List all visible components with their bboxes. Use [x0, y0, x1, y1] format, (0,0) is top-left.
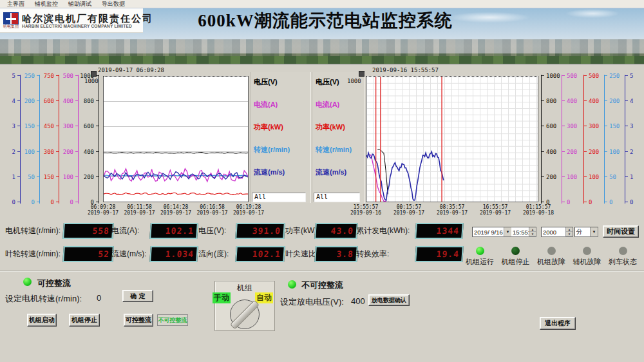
readout-display: 43.0 — [314, 223, 358, 239]
axis-tick-label: 0 — [567, 199, 570, 205]
axis-tick-label: 100 — [24, 149, 35, 155]
mode-knob[interactable] — [230, 300, 260, 329]
axis-tick — [96, 176, 99, 177]
series-select-dropdown[interactable]: All — [252, 193, 306, 202]
set-speed-label: 设定电机转速(r/min): — [5, 293, 82, 305]
axis-tick — [96, 202, 99, 202]
axis-tick — [625, 75, 628, 76]
date-value[interactable]: 2019/ 9/16 — [473, 227, 504, 236]
exit-button[interactable]: 退出程序 — [540, 317, 576, 330]
datetime-picker[interactable]: 2019/ 9/16 ▼ 15:55:57 ▲▼ — [472, 227, 536, 237]
axis-tick — [625, 202, 628, 202]
unit-start-button[interactable]: 机组启动 — [27, 314, 57, 327]
axis-tick — [541, 126, 544, 126]
axis-tick-label: 200 — [609, 98, 620, 104]
auto-mode-tag[interactable]: 自动 — [255, 292, 273, 303]
axis-tick — [37, 75, 40, 76]
interval-spinner[interactable]: ▲▼ — [565, 227, 573, 236]
menu-item-3[interactable]: 辅助调试 — [64, 0, 96, 8]
legend-item: 电压(V) — [254, 77, 278, 87]
interval-unit-dropdown-icon[interactable]: ▼ — [590, 227, 598, 236]
readout-display: 558 — [62, 223, 114, 239]
axis-tick — [75, 75, 79, 76]
axis-tick — [96, 100, 99, 101]
page-title: 600kW潮流能示范电站监控系统 — [187, 9, 464, 32]
readout-label: 叶尖速比: — [285, 249, 318, 260]
axis-tick — [17, 202, 21, 202]
time-value[interactable]: 15:55:57 — [511, 227, 529, 236]
axis-tick — [96, 151, 99, 152]
axis-tick-label: 0 — [51, 199, 54, 205]
interval-unit-value[interactable]: 分 — [575, 227, 590, 236]
axis-tick-label: 2 — [630, 149, 633, 155]
section-divider — [0, 271, 644, 272]
menu-bar: 主界面辅机监控辅助调试导出数据 — [0, 0, 644, 8]
panorama-banner: 哈电集团 哈尔滨电机厂有限责任公司 HARBIN ELECTRIC MACHIN… — [0, 8, 644, 64]
menu-item-4[interactable]: 导出数据 — [97, 0, 129, 8]
axis-tick — [562, 202, 565, 202]
legend-item: 功率(kW) — [254, 122, 283, 132]
axis-tick — [56, 126, 59, 126]
legend-item: 转速(r/min) — [254, 145, 290, 155]
axis-tick — [562, 176, 565, 177]
interval-unit-select[interactable]: 分 ▼ — [574, 227, 598, 237]
axis-tick-label: 400 — [546, 149, 556, 155]
series-line — [366, 151, 444, 200]
ctrl-rect-button[interactable]: 可控整流 — [124, 314, 153, 327]
date-dropdown-icon[interactable]: ▼ — [504, 227, 511, 236]
manual-mode-tag[interactable]: 手动 — [213, 292, 231, 303]
chart-handle-icon[interactable] — [91, 71, 97, 77]
set-speed-value[interactable]: 0 — [97, 293, 101, 303]
axis-tick-label: 600 — [44, 98, 54, 104]
legend-item: 电流(A) — [254, 100, 278, 110]
axis-tick — [37, 202, 40, 202]
axis-tick — [604, 151, 607, 152]
status-bulb-icon — [547, 247, 556, 255]
interval-value[interactable]: 2000 — [542, 227, 565, 236]
status-light-label: 机组停止 — [502, 257, 530, 267]
axis-tick — [604, 176, 607, 177]
axis-tick-label: 1 — [12, 174, 15, 180]
axis-tick-label: 2 — [12, 149, 15, 155]
unit-mode-panel: 机组 手动 自动 — [214, 281, 275, 331]
axis-tick-label: 400 — [63, 98, 73, 104]
status-bulb-icon — [583, 247, 591, 255]
menu-item-2[interactable]: 辅机监控 — [30, 0, 62, 8]
status-light-辅机故障: 辅机故障 — [570, 247, 605, 267]
readout-display: 102.1 — [149, 223, 198, 239]
time-spinner[interactable]: ▲▼ — [529, 227, 536, 236]
x-tick-label: 06:09:282019-09-17 — [88, 204, 118, 216]
axis-tick — [17, 100, 21, 101]
axis-tick-label: 1000 — [546, 73, 560, 79]
status-bulb-icon — [619, 247, 627, 255]
right-chart-xaxis: 15:55:572019-09-1600:15:572019-09-1708:3… — [366, 204, 538, 218]
set-voltage-value[interactable]: 400 — [351, 296, 365, 306]
right-chart-plot[interactable] — [366, 76, 538, 202]
y-axis-流速(m/s): 012345 — [5, 76, 21, 202]
menu-item-1[interactable]: 主界面 — [3, 0, 29, 8]
unctrl-rect-button[interactable]: 不可控整流 — [157, 314, 188, 326]
series-select-dropdown[interactable]: All — [314, 193, 360, 202]
confirm-button[interactable]: 确 定 — [122, 290, 153, 302]
axis-tick-label: 100 — [589, 174, 599, 180]
axis-tick — [56, 151, 59, 152]
axis-tick — [17, 176, 21, 177]
ctrl-rect-indicator — [23, 278, 32, 286]
unit-stop-button[interactable]: 机组停止 — [69, 314, 100, 327]
time-set-button[interactable]: 时间设置 — [603, 225, 639, 238]
interval-input[interactable]: 2000 ▲▼ — [541, 227, 573, 237]
axis-tick-label: 450 — [44, 123, 54, 129]
axis-tick — [562, 151, 565, 152]
axis-tick-label: 400 — [84, 149, 94, 155]
mode-knob-lever-icon — [230, 300, 260, 330]
left-chart-inner-max: 1000 — [84, 78, 99, 84]
chart-handle-icon[interactable] — [359, 71, 365, 77]
axis-tick-label: 200 — [589, 149, 599, 155]
axis-tick — [583, 75, 587, 76]
status-bulb-icon — [476, 247, 484, 255]
discharge-confirm-button[interactable]: 放电数据确认 — [368, 294, 410, 306]
left-chart-plot[interactable] — [103, 76, 249, 202]
right-chart-series — [366, 77, 538, 202]
axis-tick-label: 0 — [589, 199, 592, 205]
axis-tick — [75, 176, 79, 177]
